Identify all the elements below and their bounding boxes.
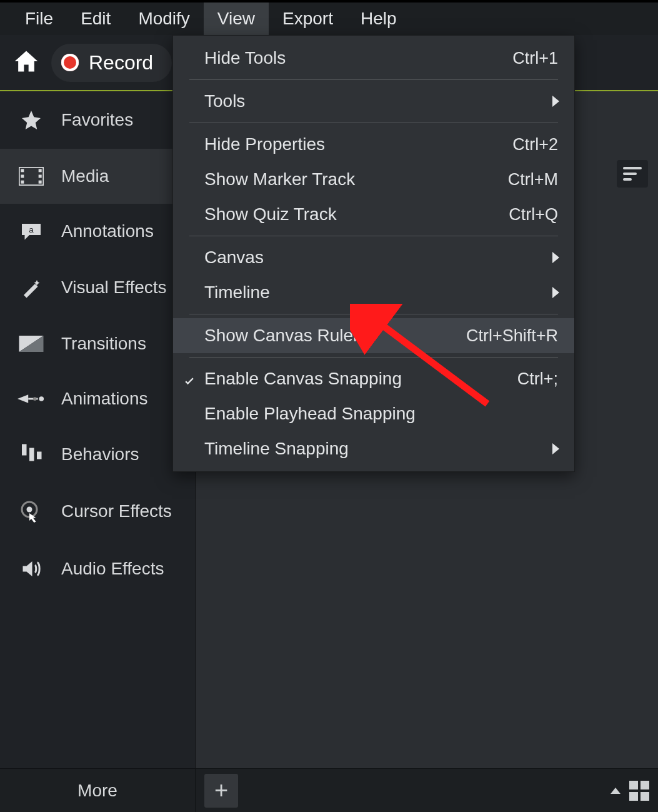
menu-modify[interactable]: Modify [124,3,203,35]
chevron-right-icon [552,96,559,107]
sidebar-item-label: Audio Effects [61,559,164,579]
collapse-up-icon[interactable] [611,788,621,794]
menu-item-show-quiz-track[interactable]: Show Quiz Track Ctrl+Q [173,197,574,232]
media-bin-footer: + [196,768,658,812]
svg-rect-3 [21,181,24,184]
svg-marker-10 [17,394,28,403]
menu-separator [189,236,558,236]
wand-icon [17,276,45,299]
menu-help[interactable]: Help [347,3,411,35]
sidebar-item-label: Behaviors [61,444,139,464]
sidebar-item-transitions[interactable]: Transitions [0,316,195,371]
sidebar-item-label: Visual Effects [61,278,167,298]
menu-item-timeline-snapping[interactable]: Timeline Snapping [173,431,574,466]
menu-view[interactable]: View [204,3,269,35]
menu-item-label: Tools [204,91,558,111]
menu-file[interactable]: File [11,3,67,35]
sidebar-item-media[interactable]: Media [0,149,195,204]
home-button[interactable] [12,48,40,78]
svg-rect-5 [39,175,42,178]
svg-point-12 [33,397,37,401]
svg-text:a: a [29,225,34,234]
menu-item-show-marker-track[interactable]: Show Marker Track Ctrl+M [173,162,574,197]
svg-rect-16 [37,452,42,459]
sidebar-item-behaviors[interactable]: Behaviors [0,426,195,483]
menu-item-label: Timeline [204,283,558,303]
menu-separator [189,123,558,123]
menu-item-shortcut: Ctrl+1 [512,49,558,68]
chevron-right-icon [552,287,559,298]
sidebar-item-label: Media [61,166,109,186]
menu-item-label: Enable Canvas Snapping [204,369,517,389]
menu-item-hide-tools[interactable]: Hide Tools Ctrl+1 [173,41,574,76]
cursor-icon [17,500,45,523]
menu-separator [189,357,558,358]
record-icon [61,54,79,71]
svg-rect-2 [21,175,24,178]
menu-item-label: Canvas [204,248,558,268]
menu-item-label: Show Canvas Ruler [204,326,466,346]
home-icon [12,48,40,75]
svg-rect-14 [22,444,27,456]
speaker-icon [17,558,45,580]
menu-item-shortcut: Ctrl+Shift+R [466,326,558,346]
filter-icon[interactable] [617,160,648,188]
check-icon [183,373,196,385]
svg-rect-15 [29,448,34,461]
view-menu-dropdown: Hide Tools Ctrl+1 Tools Hide Properties … [172,35,575,472]
menu-item-hide-properties[interactable]: Hide Properties Ctrl+2 [173,127,574,162]
record-label: Record [89,51,153,74]
grid-view-icon[interactable] [629,781,649,801]
star-icon [17,109,45,131]
menu-bar: File Edit Modify View Export Help [0,0,658,35]
svg-rect-1 [21,169,24,172]
menu-item-show-canvas-ruler[interactable]: Show Canvas Ruler Ctrl+Shift+R [173,318,574,353]
menu-item-shortcut: Ctrl+Q [509,205,558,224]
sidebar-item-label: Animations [61,389,148,409]
sidebar-item-cursor-effects[interactable]: Cursor Effects [0,483,195,540]
menu-item-enable-playhead-snapping[interactable]: Enable Playhead Snapping [173,396,574,431]
add-media-button[interactable]: + [204,774,238,808]
chevron-right-icon [552,252,559,263]
menu-item-label: Enable Playhead Snapping [204,404,558,424]
sidebar-item-visual-effects[interactable]: Visual Effects [0,259,195,316]
sidebar-item-label: Annotations [61,221,154,241]
sidebar-item-audio-effects[interactable]: Audio Effects [0,540,195,598]
menu-item-canvas[interactable]: Canvas [173,240,574,275]
menu-item-timeline[interactable]: Timeline [173,275,574,310]
sidebar-item-label: Favorites [61,110,133,130]
transition-icon [17,336,45,352]
svg-rect-4 [39,169,42,172]
sidebar-item-animations[interactable]: Animations [0,371,195,426]
svg-rect-6 [39,181,42,184]
svg-point-13 [39,396,44,401]
menu-item-label: Show Marker Track [204,169,508,189]
svg-point-18 [27,507,32,513]
animation-icon [17,393,45,405]
menu-item-enable-canvas-snapping[interactable]: Enable Canvas Snapping Ctrl+; [173,361,574,396]
menu-item-shortcut: Ctrl+M [508,170,558,189]
menu-item-shortcut: Ctrl+2 [512,135,558,154]
menu-export[interactable]: Export [269,3,347,35]
sidebar-list: Favorites Media a Annotations Visual Eff… [0,91,195,768]
menu-separator [189,79,558,80]
sidebar: Favorites Media a Annotations Visual Eff… [0,91,195,812]
behaviors-icon [17,444,45,465]
chevron-right-icon [552,443,559,454]
sidebar-item-label: Transitions [61,334,146,354]
menu-separator [189,314,558,314]
menu-item-label: Hide Tools [204,48,512,68]
menu-item-label: Show Quiz Track [204,204,509,224]
record-button[interactable]: Record [51,44,172,82]
menu-item-label: Timeline Snapping [204,439,558,459]
filmstrip-icon [17,167,45,186]
annotation-icon: a [17,222,45,241]
menu-item-label: Hide Properties [204,134,512,154]
menu-item-tools[interactable]: Tools [173,84,574,119]
sidebar-item-label: Cursor Effects [61,501,172,521]
sidebar-more-button[interactable]: More [0,768,195,812]
sidebar-item-favorites[interactable]: Favorites [0,91,195,149]
sidebar-item-annotations[interactable]: a Annotations [0,204,195,259]
menu-item-shortcut: Ctrl+; [517,369,558,389]
menu-edit[interactable]: Edit [67,3,124,35]
